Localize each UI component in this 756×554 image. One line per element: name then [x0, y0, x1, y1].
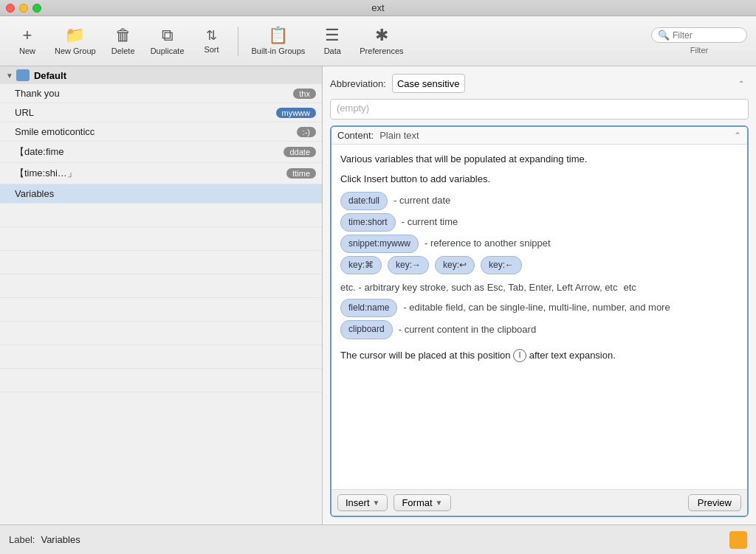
list-item[interactable]: Smile emoticonticc :-): [0, 122, 322, 142]
built-in-groups-button[interactable]: 📋 Built-in Groups: [246, 24, 312, 58]
list-item-empty: [0, 251, 322, 274]
content-header: Content: Plain text ⌃: [331, 127, 747, 145]
delete-icon: 🗑: [115, 27, 131, 44]
content-area: Content: Plain text ⌃ Various variables …: [330, 125, 749, 517]
list-item-empty: [0, 345, 322, 369]
group-folder-icon: [16, 69, 30, 81]
pills-row-time: time:short - current time: [340, 213, 738, 232]
preferences-label: Preferences: [360, 46, 403, 55]
label-row-value: Variables: [41, 534, 80, 545]
list-item-empty: [0, 274, 322, 298]
item-badge: ddate: [284, 147, 316, 157]
item-badge: ttime: [286, 168, 316, 179]
clipboard-description: - current content in the clipboard: [399, 322, 536, 338]
group-arrow-icon: ▼: [6, 72, 13, 80]
pill-key-enter[interactable]: key:↩: [435, 256, 475, 274]
list-item-variables[interactable]: Variables: [0, 184, 322, 204]
window-title: ext: [371, 2, 384, 13]
preview-label: Preview: [698, 497, 732, 508]
toolbar: + New 📁 New Group 🗑 Delete ⧉ Duplicate ⇅…: [0, 16, 756, 66]
empty-placeholder: (empty): [337, 103, 369, 114]
label-row: Label: Variables: [0, 524, 756, 554]
new-icon: +: [23, 27, 32, 44]
traffic-lights: [6, 4, 41, 13]
time-short-description: - current time: [402, 215, 458, 230]
list-item[interactable]: Thank you thx: [0, 84, 322, 103]
cursor-line: The cursor will be placed at this positi…: [340, 348, 738, 364]
label-row-label: Label:: [9, 534, 35, 545]
pill-field-name[interactable]: field:name: [340, 299, 397, 317]
separator-1: [238, 27, 238, 56]
abbreviation-empty-field[interactable]: (empty): [330, 99, 749, 120]
content-footer: Insert ▼ Format ▼ Preview: [331, 489, 747, 516]
sidebar-group-name: Default: [34, 70, 66, 81]
pill-time-short[interactable]: time:short: [340, 213, 396, 232]
minimize-button[interactable]: [19, 4, 28, 13]
built-in-groups-label: Built-in Groups: [252, 46, 306, 55]
sort-icon: ⇅: [206, 29, 217, 42]
filter-input-wrap: 🔍: [651, 27, 747, 43]
cursor-line-text: The cursor will be placed at this positi…: [340, 350, 513, 361]
content-line-1: Various variables that will be populated…: [340, 152, 738, 167]
content-body: Various variables that will be populated…: [331, 145, 747, 489]
pills-row-snippet: snippet:mywww - reference to another sni…: [340, 235, 738, 253]
preferences-icon: ✱: [375, 27, 388, 44]
item-name: Smile emoticonticc: [15, 126, 94, 137]
content-label: Content:: [337, 130, 374, 141]
filter-input[interactable]: [673, 30, 740, 41]
item-name: Thank you: [15, 88, 60, 99]
duplicate-button[interactable]: ⧉ Duplicate: [145, 24, 190, 58]
data-button[interactable]: ☰ Data: [314, 24, 351, 58]
preview-button[interactable]: Preview: [688, 494, 741, 511]
snippet-description: - reference to another snippet: [425, 236, 551, 252]
pill-key-cmd[interactable]: key:⌘: [340, 256, 382, 274]
list-item[interactable]: URL mywww: [0, 103, 322, 122]
abbreviation-row: Abbreviation: Case sensitive: [330, 74, 749, 93]
content-type-arrow-icon: ⌃: [734, 131, 741, 141]
sort-label: Sort: [204, 45, 219, 54]
insert-arrow-icon: ▼: [373, 499, 380, 507]
case-sensitive-select[interactable]: Case sensitive: [392, 74, 465, 93]
item-badge: mywww: [276, 108, 317, 118]
label-color-swatch[interactable]: [729, 531, 747, 549]
key-description: etc. - arbitrary key stroke, such as Esc…: [340, 280, 617, 296]
duplicate-icon: ⧉: [162, 27, 173, 44]
sort-button[interactable]: ⇅ Sort: [193, 26, 230, 57]
delete-button[interactable]: 🗑 Delete: [105, 24, 142, 58]
insert-label: Insert: [346, 497, 370, 508]
maximize-button[interactable]: [32, 4, 41, 13]
date-full-description: - current date: [394, 193, 450, 209]
list-item-empty: [0, 369, 322, 392]
built-in-groups-icon: 📋: [268, 27, 288, 44]
preferences-button[interactable]: ✱ Preferences: [354, 24, 409, 58]
close-button[interactable]: [6, 4, 15, 13]
sidebar-group-header[interactable]: ▼ Default: [0, 66, 322, 84]
pill-key-right[interactable]: key:→: [388, 256, 429, 274]
data-icon: ☰: [325, 27, 340, 44]
list-item[interactable]: 【time:shi…」 ttime: [0, 163, 322, 184]
case-sensitive-select-wrap: Case sensitive: [392, 74, 749, 93]
pills-row-field: field:name - editable field, can be sing…: [340, 299, 738, 317]
insert-button[interactable]: Insert ▼: [337, 494, 388, 511]
filter-label: Filter: [690, 46, 708, 55]
main-content: ▼ Default Thank you thx URL mywww Smile …: [0, 66, 756, 524]
content-type[interactable]: Plain text: [379, 130, 734, 141]
sidebar: ▼ Default Thank you thx URL mywww Smile …: [0, 66, 323, 524]
cursor-marker: I: [513, 349, 526, 362]
list-item-empty: [0, 298, 322, 322]
abbreviation-label: Abbreviation:: [330, 78, 386, 89]
pill-key-left[interactable]: key:←: [481, 256, 522, 274]
new-group-button[interactable]: 📁 New Group: [49, 24, 102, 58]
field-description: - editable field, can be single-line, mu…: [403, 300, 670, 316]
new-group-icon: 📁: [65, 27, 85, 44]
pill-clipboard[interactable]: clipboard: [340, 320, 393, 339]
pill-snippet-mywww[interactable]: snippet:mywww: [340, 235, 419, 253]
format-button[interactable]: Format ▼: [394, 494, 450, 511]
pill-date-full[interactable]: date:full: [340, 192, 388, 210]
item-badge: thx: [293, 89, 316, 99]
new-button[interactable]: + New: [9, 24, 46, 58]
filter-area: 🔍 Filter: [651, 27, 747, 55]
titlebar: ext: [0, 0, 756, 16]
format-label: Format: [402, 497, 432, 508]
list-item[interactable]: 【date:fime ddate: [0, 142, 322, 163]
